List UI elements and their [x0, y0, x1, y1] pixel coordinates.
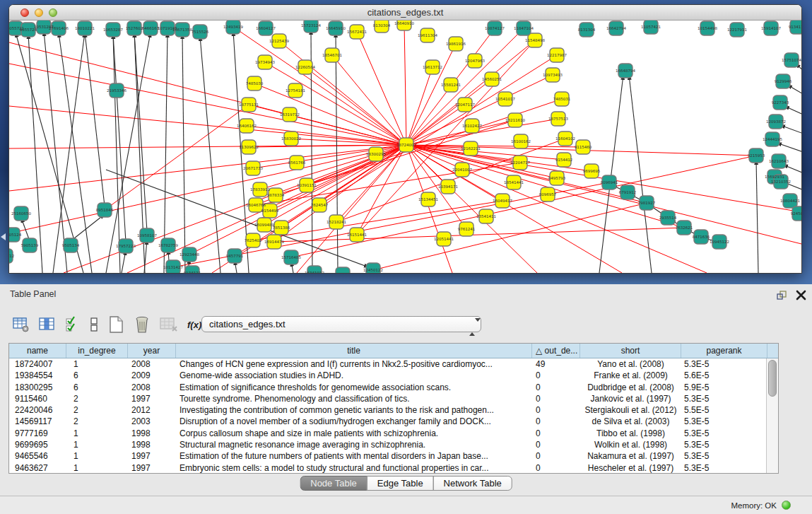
table-cell[interactable]: Yano et al. (2008) — [580, 358, 681, 370]
close-panel-icon[interactable] — [796, 290, 806, 300]
table-cell[interactable]: Jankovic et al. (1997) — [580, 393, 681, 404]
table-cell[interactable]: 5.3E-5 — [681, 416, 766, 427]
graph-edge[interactable] — [122, 250, 126, 273]
table-cell[interactable]: 9465546 — [9, 450, 66, 462]
network-canvas[interactable]: 1872400718300295121254391973494374850301… — [9, 21, 801, 273]
table-cell[interactable]: 5.3E-5 — [681, 428, 766, 439]
table-cell[interactable]: 19384554 — [9, 370, 66, 381]
delete-column-icon[interactable] — [134, 315, 151, 334]
table-cell[interactable]: 5.3E-5 — [681, 439, 766, 450]
network-graph[interactable]: 1872400718300295121254391973494374850301… — [9, 21, 801, 273]
graph-edge[interactable] — [264, 145, 406, 225]
column-header-name[interactable]: name — [9, 344, 66, 358]
table-cell[interactable]: 1997 — [128, 462, 176, 473]
column-header-year[interactable]: year — [128, 344, 176, 358]
table-cell[interactable]: 5.3E-5 — [681, 462, 766, 473]
table-cell[interactable]: 9777169 — [9, 428, 66, 439]
table-scrollbar[interactable] — [766, 358, 778, 473]
tab-node-table[interactable]: Node Table — [300, 476, 367, 491]
table-cell[interactable]: 9463627 — [9, 462, 66, 473]
table-cell[interactable]: Tourette syndrome. Phenomenology and cla… — [176, 393, 532, 404]
graph-edge[interactable] — [373, 203, 647, 270]
table-cell[interactable]: 18724007 — [9, 358, 66, 370]
table-cell[interactable]: Disruption of a novel member of a sodium… — [176, 416, 532, 427]
memory-status-icon[interactable] — [782, 501, 791, 510]
table-cell[interactable]: 22420046 — [9, 404, 66, 416]
table-cell[interactable]: 1 — [66, 358, 128, 370]
table-cell[interactable]: 1998 — [128, 439, 176, 450]
graph-edge[interactable] — [113, 34, 120, 273]
table-cell[interactable]: 5.3E-5 — [681, 358, 766, 370]
float-panel-icon[interactable] — [777, 291, 788, 300]
table-cell[interactable]: 0 — [532, 393, 580, 404]
table-cell[interactable]: 49 — [532, 358, 580, 370]
column-header-short[interactable]: short — [580, 344, 681, 358]
table-cell[interactable]: Structural magnetic resonance image aver… — [176, 439, 532, 450]
graph-edge[interactable] — [777, 143, 801, 154]
graph-edge[interactable] — [16, 33, 83, 273]
table-cell[interactable]: 1 — [66, 428, 128, 439]
table-cell[interactable]: 1998 — [128, 428, 176, 439]
column-selection-icon[interactable] — [65, 316, 81, 333]
table-cell[interactable]: 0 — [532, 416, 580, 427]
table-cell[interactable]: Estimation of significance thresholds fo… — [176, 382, 532, 393]
table-cell[interactable]: 14569117 — [9, 416, 66, 427]
column-header-title[interactable]: title — [176, 344, 532, 358]
graph-edge[interactable] — [270, 145, 406, 211]
table-row[interactable]: 946362711997Embryonic stem cells: a mode… — [9, 462, 766, 473]
graph-edge[interactable] — [305, 67, 406, 145]
table-selector-combobox[interactable]: citations_edges.txt — [201, 316, 481, 332]
table-cell[interactable]: 0 — [532, 462, 580, 473]
table-cell[interactable]: 9115460 — [9, 393, 66, 404]
table-cell[interactable]: de Silva et al. (2003) — [580, 416, 681, 427]
graph-edge[interactable] — [164, 33, 167, 273]
table-cell[interactable]: 2008 — [128, 382, 176, 393]
table-row[interactable]: 1938455462009Genome-wide association stu… — [9, 370, 766, 381]
delete-table-icon[interactable] — [160, 316, 178, 333]
table-cell[interactable]: 2009 — [128, 370, 176, 381]
table-cell[interactable]: Nakamura et al. (1997) — [580, 450, 681, 462]
table-cell[interactable]: 2 — [66, 393, 128, 404]
table-cell[interactable]: 5.6E-5 — [681, 370, 766, 381]
table-cell[interactable]: 2008 — [128, 358, 176, 370]
tab-network-table[interactable]: Network Table — [433, 476, 512, 491]
table-row[interactable]: 1830029562008Estimation of significance … — [9, 382, 766, 393]
graph-edge[interactable] — [406, 67, 433, 145]
table-cell[interactable]: 2012 — [128, 404, 176, 416]
column-header-indegree[interactable]: in_degree — [66, 344, 128, 358]
graph-edge[interactable] — [332, 55, 406, 145]
graph-edge[interactable] — [406, 44, 456, 145]
column-header-outde[interactable]: △ out_de... — [532, 344, 580, 358]
graph-edge[interactable] — [144, 240, 147, 273]
table-row[interactable]: 946554611997Estimation of the future num… — [9, 450, 766, 462]
table-cell[interactable]: 5.3E-5 — [681, 393, 766, 404]
table-cell[interactable]: 1997 — [128, 450, 176, 462]
table-cell[interactable]: 0 — [532, 370, 580, 381]
table-cell[interactable]: 6 — [66, 370, 128, 381]
table-cell[interactable]: 0 — [532, 404, 580, 416]
table-cell[interactable]: Embryonic stem cells: a model to study s… — [176, 462, 532, 473]
graph-edge[interactable] — [21, 218, 30, 241]
network-window-titlebar[interactable]: citations_edges.txt — [9, 5, 801, 21]
table-cell[interactable]: Hescheler et al. (1997) — [580, 462, 681, 473]
table-cell[interactable]: 2 — [66, 404, 128, 416]
table-cell[interactable]: 2 — [66, 416, 128, 427]
table-cell[interactable]: 1 — [66, 462, 128, 473]
graph-edge[interactable] — [274, 228, 684, 242]
tab-edge-table[interactable]: Edge Table — [367, 476, 434, 491]
table-cell[interactable]: 0 — [532, 450, 580, 462]
graph-edge[interactable] — [404, 23, 406, 145]
graph-edge[interactable] — [599, 75, 623, 273]
show-columns-icon[interactable] — [39, 317, 56, 332]
function-builder-icon[interactable]: f(x) — [187, 320, 201, 330]
graph-edge[interactable] — [629, 75, 652, 273]
table-cell[interactable]: Corpus callosum shape and size in male p… — [176, 428, 532, 439]
table-cell[interactable]: Changes of HCN gene expression and I(f) … — [176, 358, 532, 370]
table-cell[interactable]: Dudbridge et al. (2008) — [580, 382, 681, 393]
table-cell[interactable]: Franke et al. (2009) — [580, 370, 681, 381]
table-cell[interactable]: 5.5E-5 — [681, 404, 766, 416]
panel-collapse-arrow-icon[interactable] — [1, 233, 6, 240]
graph-edge[interactable] — [182, 34, 185, 273]
scrollbar-thumb[interactable] — [768, 360, 777, 397]
table-cell[interactable]: 5.3E-5 — [681, 450, 766, 462]
